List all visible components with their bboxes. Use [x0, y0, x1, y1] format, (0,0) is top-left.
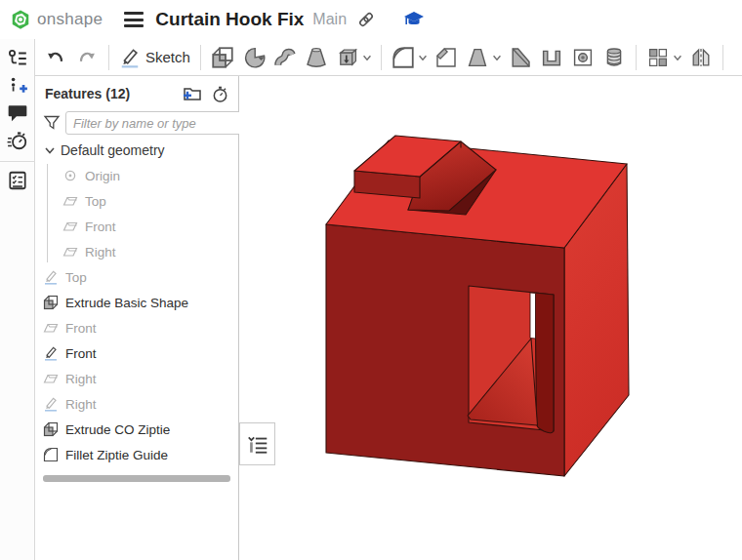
- tree-item-extrude-basic-shape[interactable]: Extrude Basic Shape: [35, 290, 237, 315]
- plane-icon: [62, 219, 78, 234]
- loft-tool-button[interactable]: [304, 45, 329, 70]
- draft-tool-button[interactable]: [465, 45, 490, 70]
- tree-item-front-plane[interactable]: Front: [35, 214, 237, 239]
- 3d-viewport[interactable]: [239, 76, 742, 560]
- filter-funnel-icon[interactable]: [43, 114, 61, 132]
- tree-item-sketch-front[interactable]: Front: [35, 340, 237, 366]
- revolve-tool-button[interactable]: [241, 45, 267, 70]
- share-link-icon[interactable]: [356, 10, 376, 29]
- feature-list-toggle-tab[interactable]: [239, 422, 275, 465]
- linear-pattern-tool-button[interactable]: [645, 45, 671, 70]
- tree-item-sketch-right[interactable]: Right: [35, 391, 237, 417]
- boss-dropdown-chevron[interactable]: [361, 45, 373, 70]
- education-cap-icon[interactable]: [403, 10, 425, 29]
- plane-icon: [62, 244, 78, 260]
- onshape-wordmark: onshape: [37, 10, 103, 29]
- hamburger-menu-icon[interactable]: [124, 12, 144, 27]
- fillet-dropdown-chevron[interactable]: [417, 45, 429, 70]
- fillet-icon: [43, 447, 59, 462]
- tree-item-front-plane-2[interactable]: Front: [35, 315, 237, 340]
- document-side-rail: [0, 39, 35, 560]
- feature-filter-input[interactable]: [65, 111, 255, 135]
- top-bar: onshape Curtain Hook Fix Main: [0, 0, 742, 39]
- undo-button[interactable]: [43, 45, 68, 70]
- rollback-stopwatch-icon[interactable]: [209, 84, 230, 103]
- rib-tool-button[interactable]: [508, 45, 533, 70]
- rail-divider: [0, 161, 35, 162]
- redo-button[interactable]: [74, 45, 100, 70]
- toolbar-divider: [636, 45, 637, 70]
- document-title: Curtain Hook Fix: [155, 9, 304, 30]
- sketch-button-label: Sketch: [145, 49, 190, 65]
- mirror-tool-button[interactable]: [688, 45, 714, 70]
- sketch-icon: [43, 396, 59, 412]
- feature-tree: Default geometry Origin Top Front Right …: [35, 138, 237, 467]
- tree-group-default-geometry[interactable]: Default geometry: [35, 138, 237, 163]
- sweep-tool-button[interactable]: [272, 45, 298, 70]
- hole-tool-button[interactable]: [570, 45, 596, 70]
- tree-item-right-plane-2[interactable]: Right: [35, 366, 237, 391]
- tree-item-extrude-co-ziptie[interactable]: Extrude CO Ziptie: [35, 417, 237, 442]
- model-front-pocket-inner-wall[interactable]: [535, 293, 554, 433]
- tree-item-fillet-ziptie-guide[interactable]: Fillet Ziptie Guide: [35, 442, 237, 467]
- tree-item-top-plane[interactable]: Top: [35, 188, 237, 214]
- toolbar-divider: [108, 45, 109, 70]
- branch-name[interactable]: Main: [312, 11, 347, 28]
- feature-list-scrollbar[interactable]: [43, 475, 230, 482]
- draft-dropdown-chevron[interactable]: [491, 45, 503, 70]
- chevron-down-icon[interactable]: [43, 143, 57, 157]
- model-part[interactable]: [239, 76, 742, 560]
- onshape-logo-icon: [10, 9, 31, 30]
- extrude-icon: [43, 295, 59, 310]
- thread-tool-button[interactable]: [601, 45, 627, 70]
- toolbar-divider: [722, 45, 723, 70]
- tree-item-right-plane[interactable]: Right: [35, 239, 237, 264]
- plane-icon: [43, 320, 59, 336]
- feature-list-panel: Features (12) Default geometry Origin: [35, 76, 239, 560]
- toolbar-divider: [200, 45, 201, 70]
- sketch-icon: [43, 269, 59, 285]
- origin-icon: [62, 168, 78, 183]
- sketch-pencil-icon: [119, 47, 141, 68]
- main-toolbar: Sketch: [35, 39, 742, 76]
- thicken-tool-button[interactable]: [335, 45, 360, 70]
- toolbar-divider: [381, 45, 382, 70]
- pattern-dropdown-chevron[interactable]: [672, 45, 683, 70]
- plane-icon: [62, 193, 78, 209]
- sketch-button[interactable]: Sketch: [119, 47, 190, 68]
- feature-list-rail-icon[interactable]: [7, 48, 28, 69]
- feature-filter-row: [43, 110, 229, 136]
- sketch-icon: [43, 345, 59, 361]
- feature-panel-title: Features (12): [45, 86, 176, 101]
- model-through-slot: [530, 293, 536, 339]
- shell-tool-button[interactable]: [539, 45, 564, 70]
- tree-item-origin[interactable]: Origin: [35, 163, 237, 188]
- extrude-icon: [43, 421, 59, 437]
- comments-rail-icon[interactable]: [7, 102, 28, 124]
- new-folder-icon[interactable]: [182, 84, 203, 103]
- plane-icon: [43, 371, 59, 386]
- fillet-tool-button[interactable]: [391, 45, 416, 70]
- tree-item-sketch-top[interactable]: Top: [35, 264, 237, 290]
- chamfer-tool-button[interactable]: [433, 45, 459, 70]
- history-stopwatch-rail-icon[interactable]: [7, 130, 28, 151]
- collapse-list-icon: [246, 432, 269, 456]
- extrude-tool-button[interactable]: [210, 45, 235, 70]
- onshape-app-window: onshape Curtain Hook Fix Main Sketch: [0, 0, 742, 560]
- checklist-rail-icon[interactable]: [7, 170, 28, 191]
- insert-rail-icon[interactable]: [7, 75, 28, 97]
- feature-panel-header: Features (12): [45, 84, 230, 103]
